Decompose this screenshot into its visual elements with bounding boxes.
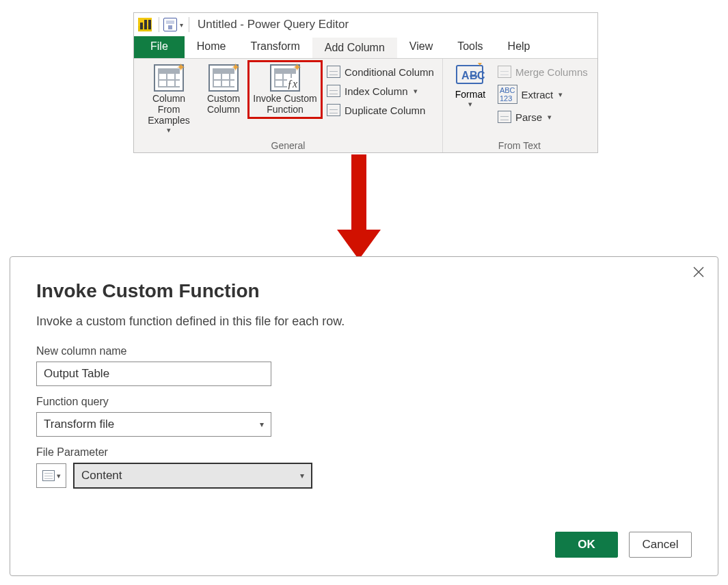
sparkle-icon: ✦	[293, 62, 301, 74]
conditional-column-icon	[327, 66, 340, 78]
separator	[159, 17, 159, 32]
button-label: Parse	[515, 111, 542, 123]
custom-column-icon: ✦	[208, 64, 239, 92]
ribbon-body: ✦ Column From Examples ▾ ✦ Custom Column…	[134, 58, 597, 152]
new-column-name-input[interactable]	[36, 362, 271, 386]
tab-home[interactable]: Home	[185, 36, 239, 58]
select-value: Transform file	[44, 418, 114, 431]
button-label: Invoke Custom Function	[250, 93, 320, 115]
window-title: Untitled - Power Query Editor	[198, 18, 349, 31]
sparkle-icon: ✦	[176, 62, 185, 74]
duplicate-column-icon	[327, 104, 340, 116]
dialog-subtitle: Invoke a custom function defined in this…	[36, 314, 692, 329]
tab-file[interactable]: File	[134, 36, 185, 58]
svg-text:A: A	[461, 70, 470, 81]
chevron-down-icon: ▾	[468, 100, 472, 109]
button-label: Extract	[522, 89, 554, 100]
tab-help[interactable]: Help	[496, 36, 543, 58]
parse-icon	[498, 111, 511, 123]
chevron-down-icon: ▾	[260, 420, 264, 429]
separator	[189, 17, 189, 32]
function-query-label: Function query	[36, 396, 692, 408]
format-button[interactable]: A B C Format ▾	[448, 62, 492, 109]
tab-view[interactable]: View	[397, 36, 445, 58]
duplicate-column-button[interactable]: Duplicate Column	[324, 103, 437, 118]
cancel-button[interactable]: Cancel	[629, 532, 692, 558]
svg-text:C: C	[477, 70, 485, 81]
tab-add-column[interactable]: Add Column	[312, 38, 397, 58]
index-column-icon	[327, 85, 340, 97]
title-bar: ▾ Untitled - Power Query Editor	[134, 13, 597, 36]
merge-columns-button: Merge Columns	[495, 64, 591, 79]
dialog-title: Invoke Custom Function	[36, 280, 692, 302]
select-value: Content	[81, 469, 122, 482]
column-from-examples-button[interactable]: ✦ Column From Examples ▾	[139, 62, 198, 137]
sparkle-icon: ✦	[231, 62, 240, 74]
invoke-custom-function-dialog: Invoke Custom Function Invoke a custom f…	[10, 256, 718, 576]
format-icon: A B C	[455, 62, 486, 89]
button-label: Format	[455, 89, 485, 100]
chevron-down-icon: ▾	[300, 471, 304, 480]
ok-button[interactable]: OK	[555, 532, 618, 558]
fx-icon: ƒx	[287, 78, 297, 90]
button-label: Duplicate Column	[345, 105, 425, 116]
svg-text:B: B	[470, 70, 478, 81]
group-label: From Text	[448, 140, 591, 151]
function-query-select[interactable]: Transform file ▾	[36, 412, 271, 437]
parameter-type-picker[interactable]: ▾	[36, 463, 66, 488]
button-label: Column From Examples	[141, 93, 197, 126]
custom-column-button[interactable]: ✦ Custom Column	[201, 62, 246, 118]
ribbon-tabs: File Home Transform Add Column View Tool…	[134, 36, 597, 58]
chevron-down-icon: ▾	[548, 113, 552, 122]
save-icon[interactable]	[163, 18, 177, 31]
new-column-name-label: New column name	[36, 345, 692, 357]
extract-button[interactable]: ABC123 Extract ▾	[495, 83, 591, 105]
button-label: Merge Columns	[515, 66, 588, 78]
annotation-arrow	[337, 154, 381, 260]
extract-icon: ABC123	[498, 85, 517, 104]
chevron-down-icon: ▾	[167, 126, 171, 135]
column-from-examples-icon: ✦	[154, 64, 184, 92]
power-query-window: ▾ Untitled - Power Query Editor File Hom…	[133, 12, 598, 153]
button-label: Index Column	[345, 85, 408, 97]
group-label: General	[139, 140, 437, 151]
powerbi-logo-icon	[138, 18, 152, 31]
file-parameter-label: File Parameter	[36, 446, 692, 459]
file-parameter-select[interactable]: Content ▾	[73, 463, 312, 489]
tab-transform[interactable]: Transform	[238, 36, 312, 58]
chevron-down-icon: ▾	[558, 90, 563, 99]
chevron-down-icon: ▾	[414, 87, 418, 96]
column-type-icon	[42, 470, 55, 481]
qat-dropdown-icon[interactable]: ▾	[178, 21, 185, 29]
conditional-column-button[interactable]: Conditional Column	[324, 64, 437, 79]
button-label: Conditional Column	[345, 66, 434, 78]
invoke-custom-function-icon: ✦ ƒx	[270, 64, 300, 92]
merge-columns-icon	[498, 66, 511, 78]
ribbon-group-from-text: A B C Format ▾ Merge Columns	[442, 59, 596, 152]
ribbon-group-general: ✦ Column From Examples ▾ ✦ Custom Column…	[134, 59, 442, 152]
invoke-custom-function-button[interactable]: ✦ ƒx Invoke Custom Function	[249, 62, 321, 118]
chevron-down-icon: ▾	[57, 472, 61, 480]
parse-button[interactable]: Parse ▾	[495, 109, 591, 124]
index-column-button[interactable]: Index Column ▾	[324, 83, 437, 98]
button-label: Custom Column	[202, 93, 245, 115]
tab-tools[interactable]: Tools	[445, 36, 495, 58]
